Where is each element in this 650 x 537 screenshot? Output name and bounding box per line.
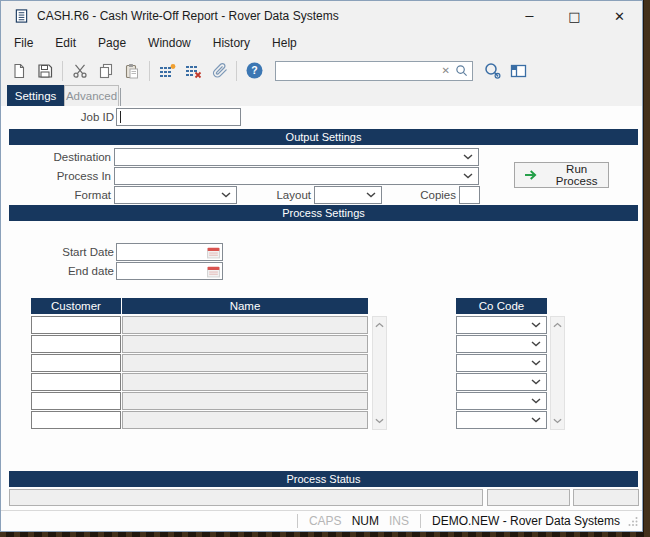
copies-input[interactable] [460,189,479,205]
attachment-button[interactable] [206,59,232,83]
name-column-header: Name [122,298,368,314]
lookup-button[interactable] [479,59,505,83]
chevron-down-icon [531,417,541,423]
co-code-select[interactable] [456,335,547,353]
copy-button[interactable] [93,59,119,83]
chevron-down-icon [531,379,541,385]
app-window: CASH.R6 - Cash Write-Off Report - Rover … [0,0,643,532]
end-date-calendar-button[interactable] [207,265,220,278]
scroll-up-icon[interactable] [373,318,386,332]
start-date-input[interactable] [117,246,197,262]
customer-cell [31,392,121,410]
maximize-button[interactable]: □ [552,1,597,31]
end-date-label: End date [9,262,114,280]
ins-indicator: INS [389,514,409,528]
scroll-down-icon[interactable] [551,414,564,428]
customer-cell [31,354,121,372]
menu-file[interactable]: File [3,31,44,56]
menu-page[interactable]: Page [87,31,137,56]
co-code-column-header: Co Code [456,298,547,314]
cut-button[interactable] [67,59,93,83]
layout-button[interactable] [505,59,531,83]
end-date-input[interactable] [117,265,197,281]
customer-input[interactable] [32,395,120,411]
tab-divider [120,88,121,106]
process-status-field-1 [9,489,483,506]
destination-select[interactable] [114,148,479,166]
new-document-button[interactable] [6,59,32,83]
insert-row-button[interactable] [154,59,180,83]
layout-select[interactable] [314,186,382,204]
svg-text:?: ? [251,64,257,76]
co-code-select[interactable] [456,392,547,410]
scroll-up-icon[interactable] [551,318,564,332]
customer-input[interactable] [32,338,120,354]
search-input[interactable] [276,63,437,79]
name-cell [122,354,368,372]
tab-advanced[interactable]: Advanced [64,85,119,106]
layout-icon [510,63,527,79]
chevron-down-icon [531,398,541,404]
customer-input[interactable] [32,414,120,430]
calendar-icon [207,246,220,259]
co-code-select[interactable] [456,316,547,334]
toolbar-search: ✕ [275,61,473,81]
co-code-select[interactable] [456,411,547,429]
save-button[interactable] [32,59,58,83]
chevron-down-icon [531,322,541,328]
copies-field-wrap [459,186,480,204]
name-cell [122,411,368,429]
chevron-down-icon [531,360,541,366]
job-id-input[interactable] [117,111,240,127]
start-date-label: Start Date [9,243,114,261]
destination-label: Destination [9,148,111,166]
scroll-down-icon[interactable] [373,414,386,428]
job-id-label: Job ID [9,108,114,126]
job-id-field-wrap [116,108,241,126]
new-document-icon [11,63,27,79]
chevron-down-icon [366,192,376,198]
menu-edit[interactable]: Edit [44,31,87,56]
process-status-header: Process Status [9,471,638,487]
close-button[interactable]: ✕ [597,1,642,31]
resize-grip[interactable] [628,516,638,526]
customer-input[interactable] [32,357,120,373]
co-code-select[interactable] [456,373,547,391]
copy-icon [98,63,114,79]
toolbar-separator [62,61,63,81]
co-code-grid-scrollbar[interactable] [550,316,565,430]
delete-row-button[interactable] [180,59,206,83]
search-icon[interactable] [455,64,468,77]
status-bar: CAPS NUM INS DEMO.NEW - Rover Data Syste… [1,510,642,531]
paperclip-icon [211,62,228,79]
output-settings-header: Output Settings [9,129,638,145]
process-in-select[interactable] [114,167,479,185]
customer-grid-scrollbar[interactable] [372,316,387,430]
name-cell [122,335,368,353]
menu-bar: File Edit Page Window History Help [1,31,642,56]
tab-settings[interactable]: Settings [7,85,64,106]
co-code-select[interactable] [456,354,547,372]
menu-window[interactable]: Window [137,31,202,56]
start-date-calendar-button[interactable] [207,246,220,259]
customer-cell [31,335,121,353]
menu-help[interactable]: Help [261,31,308,56]
help-icon: ? [246,62,263,79]
status-separator [297,514,298,528]
run-process-button[interactable]: Run Process [514,162,609,188]
chevron-down-icon [221,192,231,198]
cut-icon [72,63,88,79]
help-button[interactable]: ? [241,59,267,83]
minimize-button[interactable]: ─ [507,1,552,31]
process-status-field-2 [487,489,570,506]
search-clear-icon[interactable]: ✕ [437,65,455,76]
format-select[interactable] [114,186,237,204]
customer-input[interactable] [32,319,120,335]
name-cell [122,392,368,410]
menu-history[interactable]: History [202,31,261,56]
customer-input[interactable] [32,376,120,392]
delete-row-icon [185,63,202,79]
end-date-field [116,262,223,280]
paste-button[interactable] [119,59,145,83]
report-document-icon [14,8,29,24]
